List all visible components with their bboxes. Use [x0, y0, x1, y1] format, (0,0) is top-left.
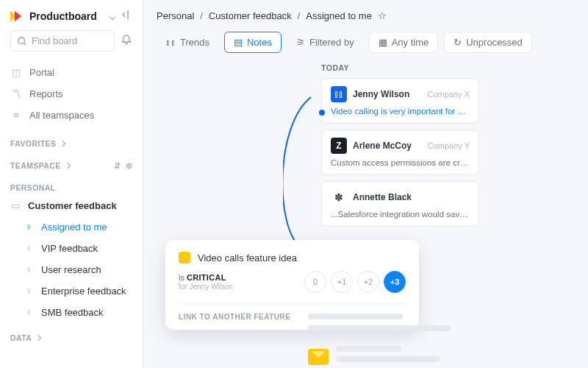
reports-icon: 〽: [10, 88, 22, 99]
bulb-icon: ♀: [24, 264, 34, 275]
note-snippet: Video calling is very important for us..…: [331, 107, 470, 116]
breadcrumb: Personal/ Customer feedback/ Assigned to…: [143, 0, 588, 29]
search-icon: [17, 36, 27, 46]
filter-icon[interactable]: ⇵: [114, 161, 121, 170]
breadcrumb-part[interactable]: Customer feedback: [209, 10, 292, 21]
note-card[interactable]: ✽Annette Black ...Salesforce integration…: [321, 181, 479, 227]
tree-root-customer-feedback[interactable]: ▭Customer feedback: [0, 195, 143, 216]
section-favorites[interactable]: FAVORITES: [0, 129, 143, 151]
date-filter-button[interactable]: ▦Any time: [369, 32, 439, 53]
score-0[interactable]: 0: [304, 271, 326, 293]
score-2[interactable]: +2: [357, 271, 379, 293]
nav-teamspaces[interactable]: ≡All teamspaces: [0, 105, 143, 126]
slack-icon: ✽: [331, 189, 347, 205]
search-input[interactable]: Find board: [10, 30, 115, 52]
bulb-icon: ♀: [24, 243, 34, 254]
calendar-icon: ▦: [379, 37, 387, 48]
placeholder-card: [308, 314, 466, 368]
today-label: TODAY: [321, 63, 575, 72]
svg-point-0: [18, 37, 25, 43]
tree-vip-feedback[interactable]: ♀VIP feedback: [0, 238, 143, 259]
breadcrumb-part[interactable]: Assigned to me: [306, 10, 372, 21]
filter-icon: ⚞: [296, 37, 305, 48]
intercom-icon: ⫿⫿: [331, 86, 347, 102]
chevron-right-icon: [60, 141, 65, 146]
note-card[interactable]: ZArlene McCoyCompany Y Custom access per…: [321, 130, 479, 175]
mail-icon: [308, 349, 329, 365]
add-icon[interactable]: ⊕: [126, 161, 132, 170]
note-snippet: ...Salesforce integration would save...: [331, 210, 470, 219]
collapse-sidebar-icon[interactable]: [121, 9, 132, 23]
brand-caret-icon[interactable]: [110, 10, 115, 21]
nav-reports[interactable]: 〽Reports: [0, 83, 143, 105]
portal-icon: ◫: [10, 67, 22, 78]
teamspaces-icon: ≡: [10, 110, 22, 121]
tree-assigned-to-me[interactable]: ♀Assigned to me: [0, 216, 143, 238]
section-teamspace[interactable]: TEAMSPACE⇵⊕: [0, 151, 143, 173]
feature-title: Video calls feature idea: [198, 252, 297, 263]
tree-enterprise-feedback[interactable]: ♀Enterprise feedback: [0, 280, 143, 302]
note-snippet: Custom access permissions are critical..…: [331, 158, 470, 167]
section-data[interactable]: DATA: [0, 323, 143, 345]
link-dot: [319, 110, 325, 116]
refresh-icon: ↻: [453, 37, 462, 48]
bulb-icon: ♀: [24, 307, 34, 318]
score-3[interactable]: +3: [384, 271, 406, 293]
tab-notes[interactable]: ▤Notes: [224, 32, 282, 53]
notes-icon: ▤: [234, 37, 243, 48]
score-1[interactable]: +1: [331, 271, 353, 293]
breadcrumb-part[interactable]: Personal: [157, 10, 194, 21]
bulb-icon: ♀: [24, 222, 34, 233]
tab-trends[interactable]: ⫾⫾Trends: [157, 32, 218, 52]
section-personal: PERSONAL: [0, 173, 143, 195]
chevron-right-icon: [65, 163, 71, 169]
tree-smb-feedback[interactable]: ♀SMB feedback: [0, 302, 143, 323]
zendesk-icon: Z: [331, 138, 347, 154]
bulb-icon: ♀: [24, 286, 34, 297]
criticality-label: is CRITICAL for Jenny Wilson: [179, 273, 233, 291]
tree-user-research[interactable]: ♀User research: [0, 259, 143, 280]
feature-color-swatch: [179, 252, 190, 263]
folder-icon: ▭: [10, 200, 21, 211]
note-card[interactable]: ⫿⫿Jenny WilsonCompany X Video calling is…: [321, 78, 479, 124]
filter-button[interactable]: ⚞Filtered by: [287, 32, 363, 52]
status-filter-button[interactable]: ↻Unprocessed: [444, 32, 532, 53]
connector-curve: [283, 96, 327, 250]
bars-icon: ⫾⫾: [165, 37, 176, 48]
brand-name[interactable]: Productboard: [29, 10, 104, 22]
nav-portal[interactable]: ◫Portal: [0, 62, 143, 83]
notifications-icon[interactable]: [121, 34, 132, 48]
productboard-logo: [10, 10, 24, 23]
chevron-right-icon: [35, 335, 41, 341]
favorite-star-icon[interactable]: ☆: [378, 10, 387, 21]
